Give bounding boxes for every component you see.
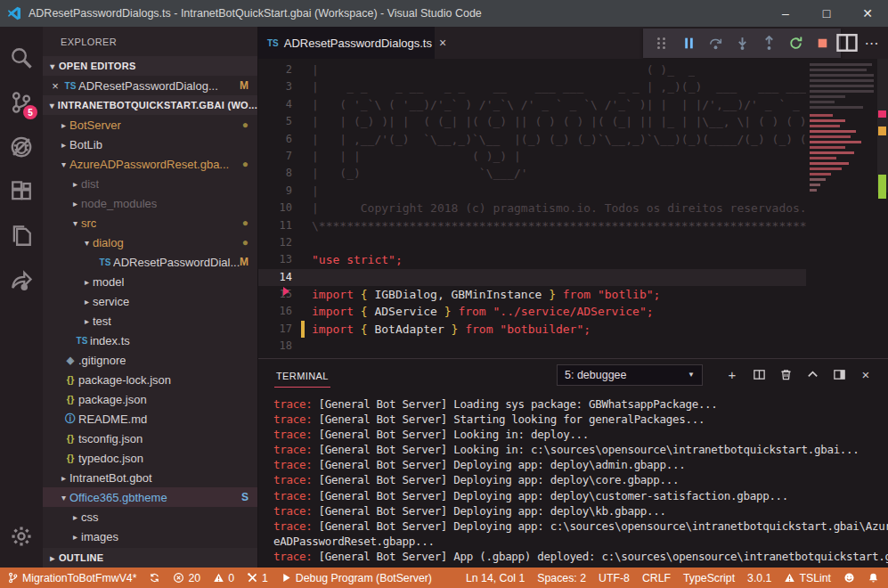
code-line[interactable]: 15import { IGBDialog, GBMinInstance } fr…: [258, 286, 806, 303]
code-line[interactable]: 7| | | ( )_) |: [258, 148, 806, 165]
status-typescript[interactable]: TypeScript: [683, 572, 735, 584]
tree-item-botlib[interactable]: ▸BotLib: [43, 135, 257, 154]
status-1[interactable]: 1: [247, 572, 268, 584]
maximize-panel-button[interactable]: [801, 363, 824, 387]
tree-item-node-modules[interactable]: ▸node_modules: [43, 193, 257, 213]
search-icon[interactable]: [0, 36, 43, 80]
line-number: 6: [258, 131, 292, 148]
tree-item-label: README.md: [78, 412, 147, 426]
close-icon[interactable]: ×: [48, 79, 62, 93]
code-line[interactable]: 9|: [258, 183, 806, 200]
code-line[interactable]: 13"use strict";: [258, 251, 806, 268]
tree-item-service[interactable]: ▸service: [43, 291, 257, 311]
tree-item-intranetbot-gbot[interactable]: ▸IntranetBot.gbot: [43, 468, 257, 487]
outline-header[interactable]: ▸ OUTLINE: [43, 548, 257, 568]
status-migrationtobotfmwv4[interactable]: MigrationToBotFmwV4*: [7, 572, 136, 584]
status-20[interactable]: 20: [173, 572, 200, 584]
terminal-selector[interactable]: 5: debuggee ▼: [557, 364, 703, 386]
tree-item-package-json[interactable]: {}package.json: [43, 389, 257, 409]
tree-item-label: typedoc.json: [78, 452, 143, 465]
line-number: 7: [258, 148, 292, 165]
new-terminal-button[interactable]: +: [721, 363, 744, 387]
split-terminal-button[interactable]: [747, 363, 770, 387]
overview-ruler[interactable]: [877, 59, 888, 358]
status-tslint[interactable]: TSLint: [784, 572, 831, 584]
code-line[interactable]: 10| Copyright 2018 (c) pragmatismo.io. T…: [258, 200, 806, 216]
code-line[interactable]: 2| ( )_ _: [258, 61, 806, 78]
tree-item-readme-md[interactable]: ⓘREADME.md: [43, 409, 257, 429]
step-over-button[interactable]: [702, 30, 729, 57]
drag-grip[interactable]: [648, 30, 675, 57]
tree-item-test[interactable]: ▸test: [43, 311, 257, 331]
terminal-tab[interactable]: TERMINAL: [274, 363, 330, 388]
open-editors-header[interactable]: ▾ OPEN EDITORS: [43, 56, 257, 76]
tab-adresetpassworddialogs[interactable]: TS ADResetPasswordDialogs.ts ×: [258, 27, 435, 59]
tree-item-model[interactable]: ▸model: [43, 272, 257, 291]
code-line[interactable]: 16import { ADService } from "../service/…: [258, 303, 806, 320]
source-control-icon[interactable]: 5: [0, 80, 43, 125]
status-3-0-1[interactable]: 3.0.1: [747, 572, 771, 584]
tree-item-images[interactable]: ▸images: [43, 527, 257, 546]
pause-button[interactable]: [675, 30, 702, 57]
code-line[interactable]: 5| | (_) )| | ( (_| |( (_) || ( ) ( ) |(…: [258, 113, 806, 130]
tree-item-azureadpasswordreset-gba[interactable]: ▾AzureADPasswordReset.gba...●: [43, 154, 257, 174]
code-line[interactable]: 11\*************************************…: [258, 217, 806, 234]
tree-item-typedoc-json[interactable]: {}typedoc.json: [43, 448, 257, 468]
workspace-section-header[interactable]: ▾ INTRANETBOTQUICKSTART.GBAI (WO...: [43, 95, 257, 115]
code-text: | ( '_`\ ( '__)/'_` ) /'_`\ /' _ ` _ `\ …: [312, 96, 806, 113]
status-0[interactable]: 0: [213, 572, 234, 584]
status-ln-14-col-1[interactable]: Ln 14, Col 1: [466, 572, 525, 584]
breakpoint-arrow-icon[interactable]: [283, 287, 289, 296]
maximize-button[interactable]: □: [806, 0, 847, 27]
status-bell-icon[interactable]: [868, 572, 879, 584]
code-editor[interactable]: 2| ( )_ _3| _ _ _ __ _ _ __ ___ ___ _ _ …: [258, 59, 888, 358]
gear-icon[interactable]: [0, 514, 43, 559]
status-debug-program-botserver[interactable]: Debug Program (BotServer): [281, 572, 432, 584]
tree-item-dist[interactable]: ▸dist: [43, 174, 257, 193]
warning-icon: [784, 572, 799, 584]
status-crlf[interactable]: CRLF: [642, 572, 671, 584]
terminal-output[interactable]: trace: [General Bot Server] Loading sys …: [258, 390, 888, 568]
code-line[interactable]: 17import { BotAdapter } from "botbuilder…: [258, 321, 806, 338]
toggle-panel-button[interactable]: [827, 363, 851, 387]
code-line[interactable]: 8| (_) `\___/': [258, 165, 806, 182]
tree-item-tsconfig-json[interactable]: {}tsconfig.json: [43, 429, 257, 448]
code-line[interactable]: 12: [258, 234, 806, 251]
tree-item-office365-gbtheme[interactable]: ▾Office365.gbthemeS: [43, 487, 257, 507]
tab-close-icon[interactable]: ×: [439, 36, 446, 50]
restart-button[interactable]: [782, 30, 809, 57]
tree-item-css[interactable]: ▸css: [43, 507, 257, 527]
stop-button[interactable]: [809, 30, 835, 57]
tree-item-adresetpassworddial[interactable]: TSADResetPasswordDial...M: [43, 252, 257, 272]
tree-item-label: node_modules: [81, 197, 157, 210]
tree-item-dialog[interactable]: ▾dialog●: [43, 233, 257, 252]
close-panel-button[interactable]: ×: [854, 363, 877, 387]
step-into-button[interactable]: [729, 30, 755, 57]
share-icon[interactable]: [0, 258, 43, 303]
close-button[interactable]: ✕: [847, 0, 888, 27]
code-line[interactable]: 3| _ _ _ __ _ _ __ ___ ___ _ _ | ,_)(_) …: [258, 78, 806, 95]
status-utf-8[interactable]: UTF-8: [599, 572, 630, 584]
tree-item-botserver[interactable]: ▸BotServer●: [43, 115, 257, 135]
pages-icon[interactable]: [0, 214, 43, 258]
tree-item-src[interactable]: ▾src●: [43, 213, 257, 233]
open-editor-item[interactable]: ×TSADResetPasswordDialog...M: [43, 76, 257, 95]
code-line[interactable]: 14: [258, 269, 806, 286]
extensions-icon[interactable]: [0, 169, 43, 214]
code-line[interactable]: 4| ( '_`\ ( '__)/'_` ) /'_`\ /' _ ` _ `\…: [258, 96, 806, 113]
code-line[interactable]: 6| | ,__/'(_) `\__,_)`\__ |(_) (_) (_)`\…: [258, 131, 806, 148]
tree-item-gitignore[interactable]: ◈.gitignore: [43, 350, 257, 370]
status-sync-icon[interactable]: [149, 572, 160, 584]
code-line[interactable]: 18: [258, 338, 806, 355]
kill-terminal-button[interactable]: [774, 363, 797, 387]
status-smiley-icon[interactable]: [843, 572, 855, 584]
minimize-button[interactable]: –: [765, 0, 806, 27]
minimap[interactable]: [806, 59, 877, 358]
more-actions-button[interactable]: ⋯: [859, 30, 884, 55]
tree-item-package-lock-json[interactable]: {}package-lock.json: [43, 370, 257, 389]
tree-item-index-ts[interactable]: TSindex.ts: [43, 331, 257, 350]
split-editor-button[interactable]: [835, 30, 859, 55]
status-spaces-2[interactable]: Spaces: 2: [537, 572, 586, 584]
debug-icon[interactable]: [0, 125, 43, 169]
step-out-button[interactable]: [755, 30, 782, 57]
